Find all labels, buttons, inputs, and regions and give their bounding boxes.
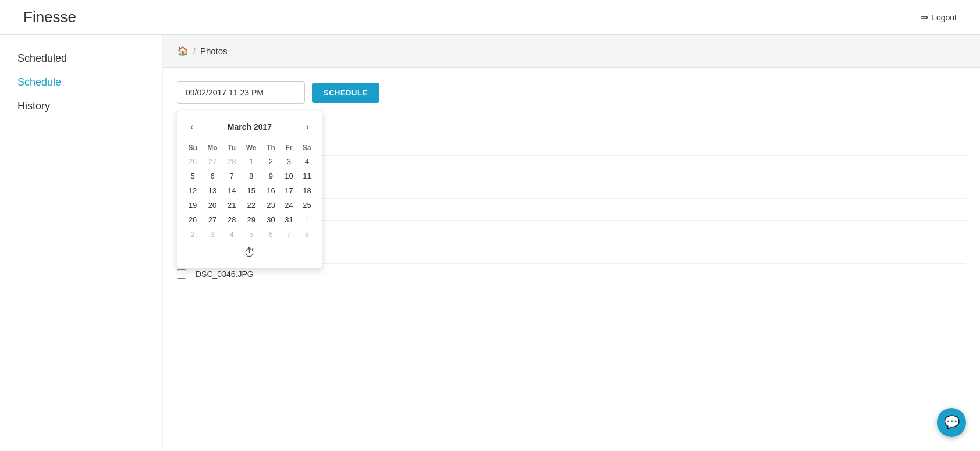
sidebar-item-scheduled[interactable]: Scheduled — [17, 47, 145, 70]
calendar-week-1: 567891011 — [183, 169, 316, 183]
calendar-day[interactable]: 21 — [223, 198, 241, 212]
calendar-day[interactable]: 12 — [183, 183, 202, 198]
calendar-day[interactable]: 14 — [223, 183, 241, 198]
calendar-day[interactable]: 1 — [298, 212, 316, 227]
calendar-day[interactable]: 25 — [298, 198, 316, 212]
calendar-day[interactable]: 8 — [298, 227, 316, 242]
calendar-day[interactable]: 10 — [280, 169, 298, 183]
calendar-day[interactable]: 31 — [280, 212, 298, 227]
day-sa: Sa — [298, 141, 316, 154]
calendar-day[interactable]: 19 — [183, 198, 202, 212]
calendar-day[interactable]: 30 — [262, 212, 280, 227]
calendar-day[interactable]: 23 — [262, 198, 280, 212]
calendar-day[interactable]: 28 — [223, 154, 241, 169]
breadcrumb-page: Photos — [200, 46, 228, 56]
calendar-day[interactable]: 20 — [202, 198, 223, 212]
chat-button[interactable]: 💬 — [937, 408, 966, 437]
time-icon[interactable]: ⏱ — [244, 246, 255, 260]
main-content: 🏠 / Photos SCHEDULE ‹ March 2017 › — [163, 35, 980, 451]
calendar-day[interactable]: 16 — [262, 183, 280, 198]
logout-label: Logout — [932, 13, 957, 22]
calendar-day[interactable]: 22 — [241, 198, 262, 212]
calendar-day[interactable]: 2 — [183, 227, 202, 242]
app-title: Finesse — [23, 8, 76, 26]
calendar-header: ‹ March 2017 › — [183, 117, 316, 137]
time-icon-row: ⏱ — [183, 242, 316, 262]
calendar-day[interactable]: 26 — [183, 154, 202, 169]
calendar-day[interactable]: 4 — [223, 227, 241, 242]
calendar-next-button[interactable]: › — [301, 120, 314, 133]
calendar-day[interactable]: 2 — [262, 154, 280, 169]
calendar-day[interactable]: 17 — [280, 183, 298, 198]
calendar-day[interactable]: 13 — [202, 183, 223, 198]
calendar-day[interactable]: 4 — [298, 154, 316, 169]
logout-icon: ⇒ — [921, 12, 928, 23]
calendar-popup: ‹ March 2017 › Su Mo Tu We Th — [177, 111, 322, 268]
breadcrumb-separator: / — [193, 47, 196, 56]
sidebar-item-history[interactable]: History — [17, 94, 145, 118]
content-area: SCHEDULE ‹ March 2017 › Su Mo Tu — [163, 68, 980, 299]
app-header: Finesse ⇒ Logout — [0, 0, 980, 35]
calendar-day[interactable]: 18 — [298, 183, 316, 198]
calendar-month-year: March 2017 — [228, 122, 272, 132]
calendar-day[interactable]: 11 — [298, 169, 316, 183]
calendar-day[interactable]: 9 — [262, 169, 280, 183]
calendar-day[interactable]: 7 — [280, 227, 298, 242]
calendar-day[interactable]: 6 — [202, 169, 223, 183]
calendar-week-3: 19202122232425 — [183, 198, 316, 212]
home-icon[interactable]: 🏠 — [177, 45, 189, 56]
calendar-day[interactable]: 3 — [280, 154, 298, 169]
day-we: We — [241, 141, 262, 154]
sidebar-item-schedule[interactable]: Schedule — [17, 70, 145, 94]
file-name: DSC_0346.JPG — [196, 269, 254, 279]
calendar-prev-button[interactable]: ‹ — [186, 120, 198, 133]
calendar-day[interactable]: 29 — [241, 212, 262, 227]
calendar-grid: Su Mo Tu We Th Fr Sa 2627281234567891011… — [183, 141, 316, 242]
calendar-day[interactable]: 6 — [262, 227, 280, 242]
calendar-week-5: 2345678 — [183, 227, 316, 242]
calendar-days-header: Su Mo Tu We Th Fr Sa — [183, 141, 316, 154]
day-fr: Fr — [280, 141, 298, 154]
calendar-day[interactable]: 27 — [202, 212, 223, 227]
logout-button[interactable]: ⇒ Logout — [921, 12, 957, 23]
calendar-week-0: 2627281234 — [183, 154, 316, 169]
calendar-day[interactable]: 15 — [241, 183, 262, 198]
day-th: Th — [262, 141, 280, 154]
calendar-day[interactable]: 5 — [241, 227, 262, 242]
day-tu: Tu — [223, 141, 241, 154]
schedule-row: SCHEDULE ‹ March 2017 › Su Mo Tu — [177, 81, 966, 104]
calendar-day[interactable]: 5 — [183, 169, 202, 183]
calendar-day[interactable]: 26 — [183, 212, 202, 227]
app-layout: Scheduled Schedule History 🏠 / Photos SC… — [0, 35, 980, 451]
calendar-week-2: 12131415161718 — [183, 183, 316, 198]
calendar-day[interactable]: 8 — [241, 169, 262, 183]
breadcrumb: 🏠 / Photos — [163, 35, 980, 68]
schedule-button[interactable]: SCHEDULE — [312, 83, 379, 103]
day-mo: Mo — [202, 141, 223, 154]
calendar-day[interactable]: 27 — [202, 154, 223, 169]
chat-icon: 💬 — [944, 415, 960, 430]
calendar-day[interactable]: 7 — [223, 169, 241, 183]
file-checkbox[interactable] — [177, 269, 186, 279]
calendar-day[interactable]: 28 — [223, 212, 241, 227]
date-input[interactable] — [177, 81, 305, 104]
calendar-day[interactable]: 3 — [202, 227, 223, 242]
calendar-day[interactable]: 24 — [280, 198, 298, 212]
sidebar: Scheduled Schedule History — [0, 35, 163, 451]
calendar-day[interactable]: 1 — [241, 154, 262, 169]
calendar-week-4: 2627282930311 — [183, 212, 316, 227]
day-su: Su — [183, 141, 202, 154]
